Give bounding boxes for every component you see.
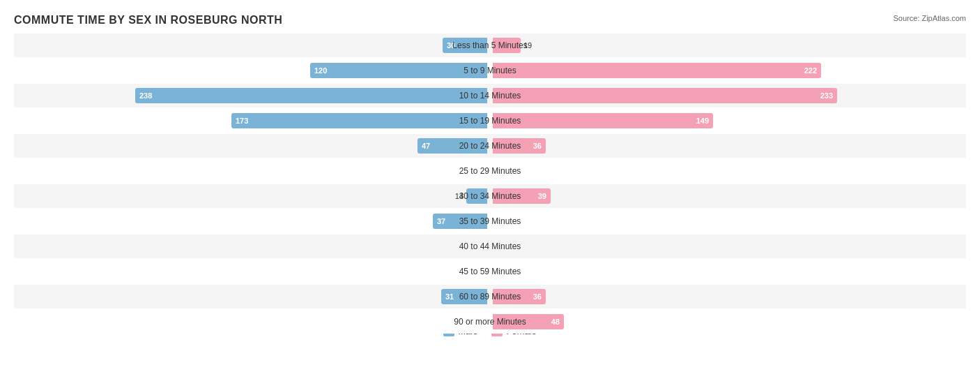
male-value: 14 (455, 192, 464, 200)
chart-container: COMMUTE TIME BY SEX IN ROSEBURG NORTH So… (0, 0, 980, 365)
right-section: 149 (490, 109, 966, 133)
female-value-inside: 149 (696, 117, 709, 125)
female-value-inside: 233 (820, 91, 833, 100)
left-section: 238 (14, 84, 490, 107)
bars-area: 30 Less than 5 Minutes 19 120 5 to 9 Min… (14, 33, 966, 306)
female-bar: 36 (493, 138, 546, 154)
female-bar: 233 (493, 88, 837, 103)
female-value: 19 (523, 41, 532, 50)
right-section (490, 159, 966, 183)
female-bar (493, 38, 521, 53)
female-value-inside: 36 (533, 142, 542, 150)
female-bar: 39 (493, 188, 551, 204)
right-section (490, 234, 966, 258)
bar-row: 45 to 59 Minutes (14, 260, 966, 283)
female-value-inside: 48 (551, 318, 560, 326)
male-value-inside: 30 (447, 41, 455, 50)
left-section: 31 (14, 285, 490, 308)
male-bar: 238 (135, 88, 487, 103)
right-section: 233 (490, 84, 966, 107)
left-section (14, 260, 490, 283)
right-section (490, 209, 966, 233)
male-bar: 37 (433, 214, 487, 229)
right-section: 19 (490, 33, 966, 57)
female-value-inside: 222 (804, 66, 817, 75)
bar-row: 120 5 to 9 Minutes 222 (14, 59, 966, 82)
bar-row: 30 Less than 5 Minutes 19 (14, 33, 966, 57)
bar-row: 173 15 to 19 Minutes 149 (14, 109, 966, 133)
male-bar: 47 (418, 138, 487, 154)
right-section: 36 (490, 134, 966, 158)
chart-title: COMMUTE TIME BY SEX IN ROSEBURG NORTH (14, 14, 966, 27)
left-section: 30 (14, 33, 490, 57)
female-value-inside: 39 (538, 192, 546, 200)
left-section: 47 (14, 134, 490, 158)
female-bar: 222 (493, 63, 821, 78)
male-bar: 120 (310, 63, 487, 78)
male-value-inside: 238 (139, 91, 152, 100)
bar-row: 90 or more Minutes 48 (14, 310, 966, 334)
left-section: 37 (14, 209, 490, 233)
bar-row: 238 10 to 14 Minutes 233 (14, 84, 966, 107)
left-section (14, 159, 490, 183)
male-value-inside: 120 (314, 66, 327, 75)
bar-row: 14 30 to 34 Minutes 39 (14, 184, 966, 208)
left-section (14, 234, 490, 258)
male-value-inside: 37 (437, 217, 445, 225)
female-bar: 48 (493, 314, 564, 329)
male-value-inside: 31 (445, 292, 454, 301)
female-bar: 36 (493, 289, 546, 304)
male-bar: 30 (443, 38, 487, 53)
right-section (490, 260, 966, 283)
female-value-inside: 36 (533, 292, 542, 301)
male-value-inside: 173 (236, 117, 248, 125)
female-bar: 149 (493, 113, 713, 128)
left-section (14, 310, 490, 334)
right-section: 36 (490, 285, 966, 308)
left-section: 120 (14, 59, 490, 82)
bar-row: 40 to 44 Minutes (14, 234, 966, 258)
left-section: 173 (14, 109, 490, 133)
right-section: 48 (490, 310, 966, 334)
bar-row: 47 20 to 24 Minutes 36 (14, 134, 966, 158)
left-section: 14 (14, 184, 490, 208)
bar-row: 37 35 to 39 Minutes (14, 209, 966, 233)
source-text: Source: ZipAtlas.com (893, 14, 966, 22)
right-section: 222 (490, 59, 966, 82)
male-bar (466, 188, 487, 204)
male-bar: 173 (231, 113, 487, 128)
male-bar: 31 (441, 289, 487, 304)
right-section: 39 (490, 184, 966, 208)
bar-row: 25 to 29 Minutes (14, 159, 966, 183)
male-value-inside: 47 (422, 142, 430, 150)
bar-row: 31 60 to 89 Minutes 36 (14, 285, 966, 308)
